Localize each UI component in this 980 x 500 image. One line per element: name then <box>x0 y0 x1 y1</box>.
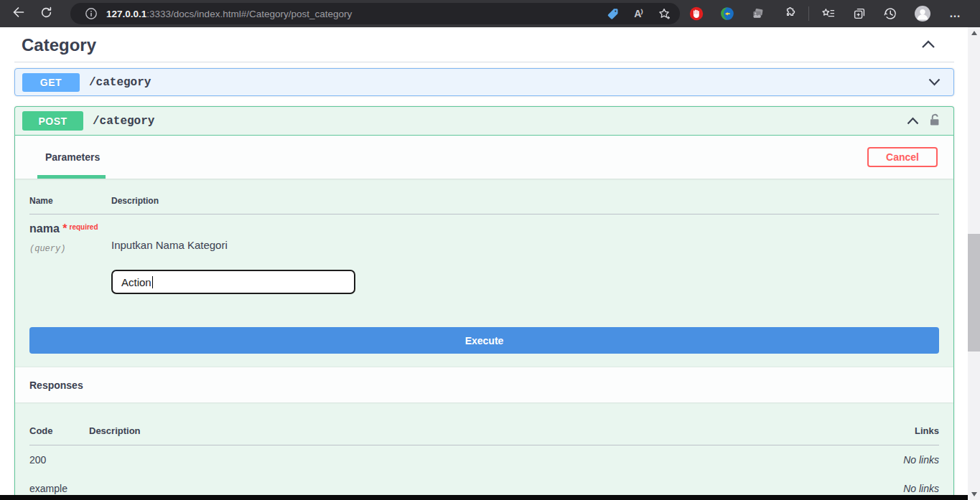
text-caret <box>152 276 154 288</box>
add-favorite-icon[interactable] <box>657 6 671 21</box>
url-host: 127.0.0.1 <box>106 9 146 19</box>
auth-lock-icon[interactable] <box>929 113 941 129</box>
back-arrow-icon <box>11 5 26 22</box>
response-links: No links <box>853 454 939 466</box>
parameter-row: nama *required (query) Inputkan Nama Kat… <box>29 214 939 294</box>
scrollbar-thumb[interactable] <box>968 234 980 352</box>
shopping-tag-icon[interactable] <box>605 6 620 21</box>
download-manager-icon[interactable] <box>720 6 734 21</box>
tag-section-header[interactable]: Category <box>14 27 954 62</box>
cancel-button[interactable]: Cancel <box>867 147 938 167</box>
browser-chrome: 127.0.0.1:3333/docs/index.html#/Category… <box>0 0 980 27</box>
site-info-icon[interactable] <box>85 7 98 20</box>
refresh-button[interactable] <box>34 3 57 24</box>
profile-avatar[interactable] <box>914 5 931 22</box>
toolbar-divider <box>808 6 809 21</box>
get-expand-icon[interactable] <box>928 76 941 89</box>
read-aloud-icon[interactable]: A⁾ <box>631 6 645 21</box>
post-endpoint-summary[interactable]: POST /category <box>15 107 953 136</box>
scroll-up-arrow-icon[interactable] <box>971 31 977 35</box>
response-code: example <box>29 483 89 494</box>
swagger-page: Category GET /category POST /category <box>0 27 980 500</box>
response-code: 200 <box>29 454 89 466</box>
settings-menu-icon[interactable]: … <box>948 6 962 21</box>
post-endpoint-block: POST /category Parameters Cancel <box>14 106 954 500</box>
parameter-name: nama <box>29 222 60 235</box>
content-blocker-icon[interactable] <box>689 6 704 21</box>
taskbar-edge <box>0 495 968 500</box>
parameters-section-header: Parameters Cancel <box>15 136 953 179</box>
parameter-description-cell: Inputkan Nama Kategori Action <box>111 222 939 294</box>
response-description <box>89 483 853 494</box>
url-text: 127.0.0.1:3333/docs/index.html#/Category… <box>106 9 599 19</box>
execute-button[interactable]: Execute <box>29 327 939 354</box>
back-button[interactable] <box>7 3 30 24</box>
parameter-name-cell: nama *required (query) <box>29 222 111 294</box>
get-endpoint-path: /category <box>89 76 151 89</box>
parameters-tab-label: Parameters <box>45 151 100 163</box>
parameters-body: Name Description nama *required (query) … <box>15 179 953 367</box>
extensions-icon[interactable] <box>782 6 796 21</box>
scroll-down-arrow-icon[interactable] <box>971 492 977 496</box>
parameter-location: (query) <box>29 244 111 254</box>
tab-parameters[interactable]: Parameters <box>37 136 100 179</box>
post-collapse-icon[interactable] <box>907 115 919 128</box>
tag-divider <box>14 62 954 62</box>
refresh-icon <box>39 6 53 22</box>
get-method-badge: GET <box>22 73 80 92</box>
address-bar[interactable]: 127.0.0.1:3333/docs/index.html#/Category… <box>70 3 680 24</box>
responses-body: Code Description Links 200 No links exam… <box>15 402 953 500</box>
history-icon[interactable] <box>883 6 897 21</box>
code-column-header: Code <box>29 425 89 436</box>
get-endpoint-summary[interactable]: GET /category <box>14 68 954 96</box>
url-path: :3333/docs/index.html#/Category/post_cat… <box>146 9 352 19</box>
required-asterisk: * <box>62 222 67 235</box>
response-row: 200 No links <box>29 445 939 474</box>
vertical-scrollbar[interactable] <box>968 27 980 500</box>
nama-input-value: Action <box>121 276 151 288</box>
response-description-column-header: Description <box>89 425 853 436</box>
response-description <box>89 454 853 466</box>
page-title: Category <box>22 35 96 55</box>
links-column-header: Links <box>853 425 939 436</box>
description-column-header: Description <box>111 196 939 206</box>
parameters-table-head: Name Description <box>29 179 939 214</box>
responses-table-head: Code Description Links <box>29 402 939 445</box>
favorites-icon[interactable] <box>821 6 836 21</box>
post-method-badge: POST <box>22 111 83 131</box>
response-links: No links <box>853 483 939 494</box>
collections-icon[interactable] <box>852 6 867 21</box>
responses-section-header: Responses <box>15 367 953 402</box>
screenshot-icon[interactable] <box>751 6 765 21</box>
nama-input[interactable]: Action <box>111 270 355 294</box>
post-endpoint-path: /category <box>93 115 154 128</box>
parameter-description: Inputkan Nama Kategori <box>111 239 939 251</box>
name-column-header: Name <box>29 196 111 206</box>
tag-collapse-icon[interactable] <box>921 39 935 52</box>
required-label: required <box>69 223 98 231</box>
responses-title: Responses <box>29 379 83 391</box>
